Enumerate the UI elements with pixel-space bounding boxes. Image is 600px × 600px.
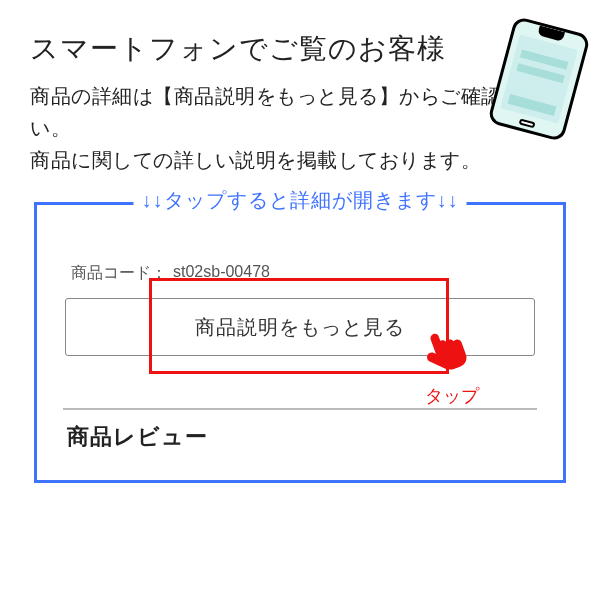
button-area: 商品説明をもっと見る タップ [65,298,535,356]
instruction-card: スマートフォンでご覧のお客様 商品の詳細は【商品説明をもっと見る】からご確認下さ… [0,0,600,600]
show-more-button-label: 商品説明をもっと見る [195,314,405,341]
product-code-row: 商品コード： st02sb-00478 [71,263,535,284]
description-line-2: 商品に関しての詳しい説明を掲載しております。 [30,149,481,171]
description-line-1: 商品の詳細は【商品説明をもっと見る】からご確認下さい。 [30,85,543,139]
page-title: スマートフォンでご覧のお客様 [30,30,570,68]
callout-box: ↓↓タップすると詳細が開きます↓↓ 商品コード： st02sb-00478 商品… [34,202,566,483]
tap-label: タップ [425,384,479,408]
example-panel: 商品コード： st02sb-00478 商品説明をもっと見る タップ 商品レビュ… [63,257,537,454]
product-code-value: st02sb-00478 [173,263,270,284]
callout-legend: ↓↓タップすると詳細が開きます↓↓ [134,187,467,214]
divider [63,408,537,410]
product-code-label: 商品コード： [71,263,167,284]
description: 商品の詳細は【商品説明をもっと見る】からご確認下さい。 商品に関しての詳しい説明… [30,80,570,176]
review-heading: 商品レビュー [67,422,535,452]
tap-hand-icon [419,328,471,384]
